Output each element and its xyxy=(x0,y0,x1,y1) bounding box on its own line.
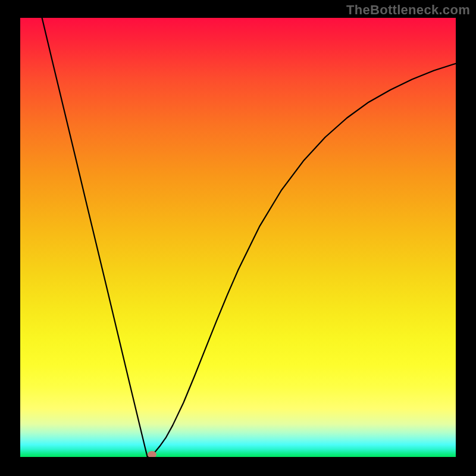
curve-path xyxy=(42,18,456,457)
chart-stage: TheBottleneck.com xyxy=(0,0,476,476)
optimum-marker xyxy=(148,451,156,457)
watermark-label: TheBottleneck.com xyxy=(346,2,470,18)
bottleneck-curve xyxy=(20,18,456,457)
plot-area xyxy=(20,18,456,457)
